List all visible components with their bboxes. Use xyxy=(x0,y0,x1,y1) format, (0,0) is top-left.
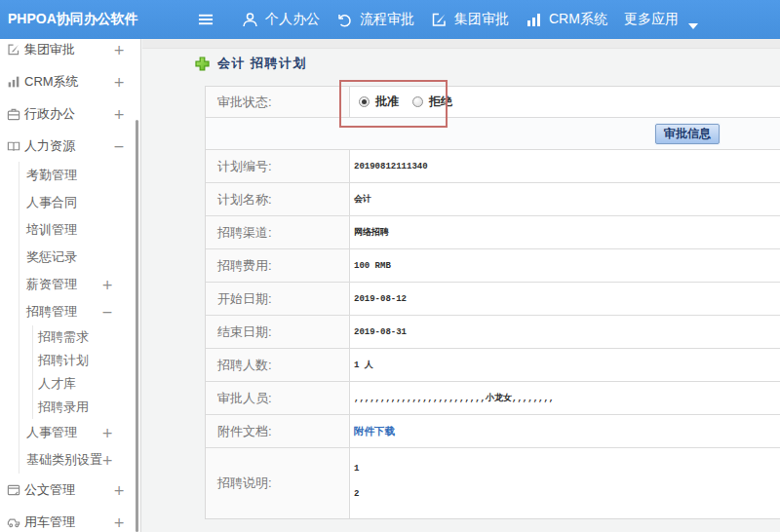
page-title-row: 会计 招聘计划 xyxy=(195,56,780,71)
user-icon xyxy=(242,12,258,28)
topnav-label: 个人办公 xyxy=(265,11,320,28)
sidebar-item-label: 招聘录用 xyxy=(38,399,89,416)
sidebar-item[interactable]: 人事管理+ xyxy=(20,419,140,446)
sidebar-item[interactable]: 奖惩记录 xyxy=(20,244,140,271)
field-label: 开始日期: xyxy=(206,283,350,315)
sidebar-item[interactable]: 公文管理+ xyxy=(0,474,140,506)
sidebar-item[interactable]: 行政办公+ xyxy=(0,97,140,130)
expand-icon[interactable]: + xyxy=(113,106,125,122)
caret-down-icon xyxy=(688,17,698,22)
topnav-item[interactable]: 更多应用 xyxy=(624,11,698,28)
sidebar-item-label: 薪资管理 xyxy=(26,276,77,293)
chart-icon xyxy=(7,75,20,89)
app-title: PHPOA协同办公软件 xyxy=(0,11,190,28)
form-row: 审批状态:批准拒绝 xyxy=(206,87,780,118)
expand-icon[interactable]: + xyxy=(113,42,125,57)
collapse-icon[interactable]: − xyxy=(101,304,113,320)
sidebar-item[interactable]: 招聘计划 xyxy=(33,349,140,372)
sidebar-item-label: 招聘计划 xyxy=(38,352,89,369)
field-value: ,,,,,,,,,,,,,,,,,,,,,,,,,小龙女,,,,,,,, xyxy=(350,382,780,414)
approval-info-button[interactable]: 审批信息 xyxy=(655,124,720,144)
sidebar-item-label: 培训管理 xyxy=(26,221,77,239)
sidebar-item-label: 用车管理 xyxy=(24,513,75,531)
sidebar-item-label: 奖惩记录 xyxy=(26,248,77,266)
field-label: 附件文档: xyxy=(206,415,350,447)
expand-icon[interactable]: + xyxy=(101,452,113,468)
sidebar-item[interactable]: 人力资源− xyxy=(0,130,140,162)
sidebar-item-label: 集团审批 xyxy=(24,41,75,58)
topnav-label: 更多应用 xyxy=(624,11,679,28)
field-value: 网络招聘 xyxy=(350,216,780,248)
sidebar-item[interactable]: 招聘需求 xyxy=(33,325,140,349)
topbar: PHPOA协同办公软件 个人办公流程审批集团审批CRM系统更多应用 xyxy=(0,0,780,39)
topnav-label: 集团审批 xyxy=(454,11,509,28)
topnav-label: CRM系统 xyxy=(549,11,607,28)
car-icon xyxy=(7,515,20,529)
expand-icon[interactable]: + xyxy=(113,482,125,498)
field-value: 会计 xyxy=(350,183,780,215)
form-row: 审批人员:,,,,,,,,,,,,,,,,,,,,,,,,,小龙女,,,,,,,… xyxy=(206,382,780,415)
expand-icon[interactable]: + xyxy=(101,277,113,292)
sidebar-item[interactable]: 招聘录用 xyxy=(33,396,140,419)
field-value: 2019-08-12 xyxy=(350,283,780,315)
process-icon xyxy=(336,12,353,28)
field-label: 招聘人数: xyxy=(206,349,350,381)
expand-icon[interactable]: + xyxy=(113,514,125,530)
main-content: 会计 招聘计划 审批状态:批准拒绝审批信息计划编号:20190812111340… xyxy=(142,39,780,532)
field-value: 附件下载 xyxy=(350,415,780,447)
description-line: 1 xyxy=(354,456,780,481)
topnav-item[interactable]: CRM系统 xyxy=(526,11,607,28)
top-navigation: 个人办公流程审批集团审批CRM系统更多应用 xyxy=(242,11,715,28)
sidebar-item-label: 招聘管理 xyxy=(26,303,77,321)
field-label: 招聘渠道: xyxy=(206,216,350,248)
description-line: 2 xyxy=(354,481,780,507)
topnav-item[interactable]: 流程审批 xyxy=(336,11,414,28)
sidebar-item[interactable]: 培训管理 xyxy=(20,216,140,244)
form-row: 招聘费用:100 RMB xyxy=(206,249,780,283)
field-label: 结束日期: xyxy=(206,316,350,348)
sidebar-item-label: 人力资源 xyxy=(24,137,75,155)
annotation-box xyxy=(339,80,448,128)
form-row: 附件文档:附件下载 xyxy=(206,415,780,448)
sidebar-item[interactable]: 用车管理+ xyxy=(0,506,140,532)
content-top-strip xyxy=(142,39,780,49)
sidebar-item[interactable]: CRM系统+ xyxy=(0,65,140,97)
sidebar-item-label: 人事合同 xyxy=(26,194,77,211)
field-value: 2019-08-31 xyxy=(350,316,780,348)
sidebar-item[interactable]: 人才库 xyxy=(33,372,140,396)
field-value: 12 xyxy=(350,448,780,518)
form-row: 招聘渠道:网络招聘 xyxy=(206,216,780,249)
field-label: 招聘说明: xyxy=(206,448,350,518)
sidebar-item-label: 公文管理 xyxy=(24,481,75,499)
book-icon xyxy=(7,139,20,153)
expand-icon[interactable]: + xyxy=(113,74,125,90)
sidebar-item[interactable]: 招聘管理− xyxy=(20,298,140,325)
form-row: 计划名称:会计 xyxy=(206,183,780,216)
chart-icon xyxy=(526,12,542,28)
topnav-label: 流程审批 xyxy=(360,11,414,28)
form-row: 招聘说明:12 xyxy=(206,448,780,518)
button-row: 审批信息 xyxy=(206,118,780,150)
form-row: 招聘人数:1 人 xyxy=(206,349,780,382)
field-value: 20190812111340 xyxy=(350,150,780,182)
topnav-item[interactable]: 集团审批 xyxy=(431,11,509,28)
field-label: 计划名称: xyxy=(206,183,350,215)
attachment-download-link[interactable]: 附件下载 xyxy=(354,425,395,438)
collapse-icon[interactable]: − xyxy=(113,138,125,154)
sidebar-item[interactable]: 薪资管理+ xyxy=(20,271,140,298)
field-label: 招聘费用: xyxy=(206,249,350,282)
sidebar-item[interactable]: 人事合同 xyxy=(20,189,140,216)
expand-icon[interactable]: + xyxy=(101,425,113,440)
sidebar-item[interactable]: 基础类别设置+ xyxy=(20,446,140,474)
document-icon xyxy=(7,483,20,497)
sidebar-item-label: 行政办公 xyxy=(24,105,75,123)
field-value: 1 人 xyxy=(350,349,780,381)
field-label: 计划编号: xyxy=(206,150,350,182)
approval-form: 审批状态:批准拒绝审批信息计划编号:20190812111340计划名称:会计招… xyxy=(205,86,780,519)
topnav-item[interactable]: 个人办公 xyxy=(242,11,320,28)
page-title: 会计 招聘计划 xyxy=(217,55,307,72)
hamburger-menu-icon[interactable] xyxy=(198,12,214,27)
sidebar-item-label: 人事管理 xyxy=(26,424,77,441)
sidebar-scrollbar-thumb[interactable] xyxy=(136,120,138,532)
sidebar-item[interactable]: 考勤管理 xyxy=(20,162,140,189)
